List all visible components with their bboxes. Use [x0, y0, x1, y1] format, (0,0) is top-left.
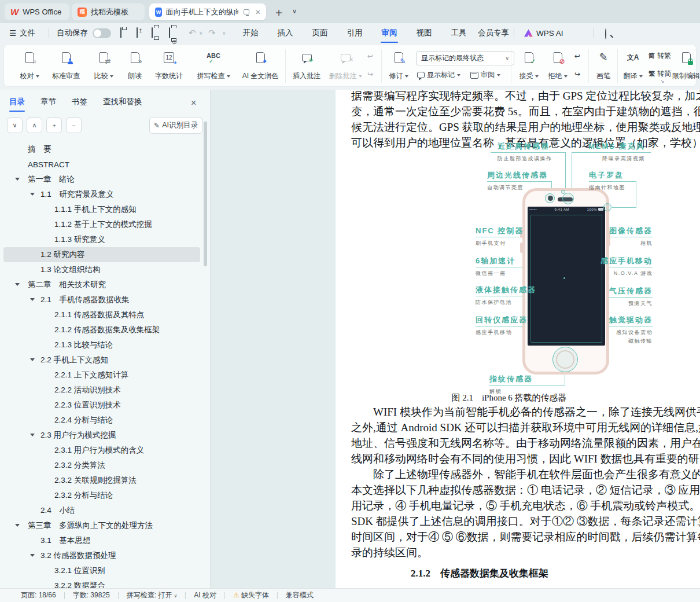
- toc-item[interactable]: 1.1.3 研究意义: [3, 232, 200, 247]
- toc-item[interactable]: 摘 要: [3, 142, 200, 157]
- print-preview-icon[interactable]: [169, 28, 179, 38]
- redo-icon[interactable]: ↷: [208, 23, 216, 43]
- ink-pen-button[interactable]: ✎ 画笔: [592, 49, 615, 83]
- track-changes-button[interactable]: ✎ 修订: [386, 49, 411, 83]
- spell-check-button[interactable]: ABC 拼写检查: [193, 49, 234, 83]
- tab-document[interactable]: W 面向手机上下文的纵向多源数 ×: [149, 3, 266, 20]
- sidebar-tab-bookmarks[interactable]: 书签: [72, 93, 87, 111]
- toc-item[interactable]: 3.2 传感器数据预处理: [3, 548, 200, 563]
- show-markup-button[interactable]: 显示标记: [417, 68, 460, 82]
- toc-item[interactable]: 2.2.4 分析与结论: [3, 413, 200, 428]
- toc-item[interactable]: 第三章 多源纵向上下文的处理方法: [3, 518, 200, 533]
- toc-item[interactable]: 3.2.1 位置识别: [3, 563, 200, 578]
- toc-item[interactable]: 2.2 手机上下文感知: [3, 353, 200, 368]
- toc-collapse-arrow-icon[interactable]: [30, 554, 35, 557]
- tab-list-chevron-icon[interactable]: ∨: [292, 8, 297, 15]
- ai-detect-toc-button[interactable]: ✎ AI识别目录: [149, 117, 202, 134]
- undo-icon[interactable]: ↶: [189, 23, 196, 43]
- search-icon[interactable]: [605, 29, 616, 39]
- toc-collapse-up-button[interactable]: ∧: [27, 118, 42, 133]
- file-menu-button[interactable]: ☰ 文件: [9, 23, 35, 43]
- tab-wps-home[interactable]: W WPS Office: [5, 3, 69, 20]
- undo-chevron-icon[interactable]: ∨: [199, 23, 203, 43]
- sidebar-scrollbar[interactable]: [204, 122, 207, 266]
- toc-item[interactable]: 2.1.3 比较与结论: [3, 337, 200, 353]
- toc-item[interactable]: 2.4 小结: [3, 503, 200, 518]
- menu-tab[interactable]: 开始: [234, 23, 267, 43]
- standard-review-button[interactable]: 标准审查: [48, 49, 84, 83]
- translate-button[interactable]: 文A 翻译: [620, 49, 646, 83]
- ai-polish-button[interactable]: ✦ AI 全文润色: [238, 49, 283, 83]
- read-aloud-button[interactable]: » 朗读: [123, 49, 146, 83]
- missing-font-warning[interactable]: ⚠缺失字体: [233, 590, 269, 600]
- sidebar-tab-contents[interactable]: 目录: [9, 93, 25, 111]
- new-tab-button[interactable]: ＋: [273, 5, 285, 20]
- proofread-button[interactable]: ⌕ 校对: [14, 49, 45, 83]
- menu-tab[interactable]: 审阅: [373, 23, 406, 43]
- delete-comment-button[interactable]: × 删除批注: [327, 49, 364, 83]
- close-tab-icon[interactable]: ×: [256, 8, 260, 17]
- toc-collapse-arrow-icon[interactable]: [15, 178, 20, 181]
- toc-collapse-arrow-icon[interactable]: [15, 524, 20, 527]
- toc-item[interactable]: 2.1.2 传感器数据集及收集框架: [3, 322, 200, 337]
- previous-comment-button[interactable]: ↩: [367, 49, 373, 63]
- autosave-toggle[interactable]: [93, 28, 111, 38]
- menu-tab[interactable]: 引用: [338, 23, 371, 43]
- toc-item[interactable]: 第二章 相关技术研究: [3, 277, 200, 292]
- previous-change-button[interactable]: ↩: [574, 49, 580, 63]
- word-count-button[interactable]: 12 字数统计: [151, 49, 187, 83]
- menu-tab[interactable]: 会员专享: [477, 23, 510, 43]
- reject-button[interactable]: ⊘ 拒绝: [544, 49, 571, 83]
- ai-proof-indicator[interactable]: AI 校对: [194, 590, 216, 600]
- next-comment-button[interactable]: ↪: [367, 67, 373, 81]
- export-pdf-icon[interactable]: [135, 28, 146, 38]
- restrict-edit-button[interactable]: 限制编辑: [675, 49, 697, 83]
- toc-collapse-all-button[interactable]: −: [66, 118, 82, 133]
- accept-button[interactable]: ✓ 接受: [515, 49, 542, 83]
- toc-item[interactable]: 2.3.1 用户行为模式的含义: [3, 443, 200, 458]
- sidebar-tab-find-replace[interactable]: 查找和替换: [103, 93, 142, 111]
- toc-collapse-arrow-icon[interactable]: [30, 193, 35, 196]
- insert-comment-button[interactable]: ＋ 插入批注: [290, 49, 323, 83]
- toc-expand-all-button[interactable]: ＋: [46, 118, 62, 133]
- toc-item[interactable]: 3.1 基本思想: [3, 533, 200, 548]
- toc-item[interactable]: 第一章 绪论: [3, 172, 200, 187]
- toc-item[interactable]: 1.2 研究内容: [3, 247, 200, 262]
- word-count-indicator[interactable]: 字数: 39825: [73, 590, 110, 600]
- toc-item[interactable]: 2.3.2 分类算法: [3, 458, 200, 473]
- next-change-button[interactable]: ↪: [574, 67, 580, 81]
- toc-item[interactable]: 1.3 论文组织结构: [3, 262, 200, 277]
- save-icon[interactable]: [119, 28, 130, 38]
- to-traditional-button[interactable]: 简 转繁: [649, 49, 671, 63]
- compat-mode-indicator[interactable]: 兼容模式: [286, 590, 314, 600]
- toc-collapse-arrow-icon[interactable]: [15, 283, 20, 286]
- toc-collapse-arrow-icon[interactable]: [30, 434, 35, 436]
- page-indicator[interactable]: 页面: 18/66: [21, 590, 56, 600]
- toc-collapse-arrow-icon[interactable]: [30, 298, 35, 301]
- toc-item[interactable]: 2.3 用户行为模式挖掘: [3, 428, 200, 443]
- markup-state-dropdown[interactable]: 显示标记的最终状态 ∨: [416, 51, 514, 65]
- menu-more-chevron-icon[interactable]: ∨: [222, 23, 226, 43]
- document-page[interactable]: 据需要编写程序实现特定频率。不过，由于 GPS 定位过程比较复杂，加之变，通常一…: [336, 90, 700, 588]
- group-expand-icon[interactable]: ↘: [660, 78, 665, 84]
- spellcheck-indicator[interactable]: 拼写检查: 打开∨: [127, 590, 178, 600]
- menu-tab[interactable]: 工具: [443, 23, 475, 43]
- toc-item[interactable]: 2.1.1 传感器数据及其特点: [3, 307, 200, 322]
- close-sidebar-icon[interactable]: ×: [191, 98, 196, 108]
- toc-item[interactable]: 2.3.2 关联规则挖掘算法: [3, 473, 200, 488]
- toc-item[interactable]: 3.2.2 数据聚合: [3, 578, 200, 588]
- sidebar-tab-chapters[interactable]: 章节: [40, 93, 56, 111]
- toc-item[interactable]: 1.1.1 手机上下文的感知: [3, 202, 200, 217]
- toc-item[interactable]: 1.1 研究背景及意义: [3, 187, 200, 202]
- toc-item[interactable]: 2.2.2 活动识别技术: [3, 383, 200, 398]
- toc-collapse-arrow-icon[interactable]: [30, 358, 35, 361]
- compare-button[interactable]: ⇄ 比较: [89, 49, 119, 83]
- toc-expand-down-button[interactable]: ∨: [7, 118, 23, 133]
- toc-item[interactable]: 2.1 手机传感器数据收集: [3, 292, 200, 307]
- menu-tab[interactable]: 页面: [304, 23, 336, 43]
- menu-tab[interactable]: 插入: [269, 23, 301, 43]
- wps-ai-button[interactable]: WPS AI: [524, 23, 563, 43]
- toc-item[interactable]: ABSTRACT: [3, 157, 200, 172]
- toc-item[interactable]: 2.3.2 分析与结论: [3, 488, 200, 503]
- toc-item[interactable]: 1.1.2 基于上下文的模式挖掘: [3, 217, 200, 232]
